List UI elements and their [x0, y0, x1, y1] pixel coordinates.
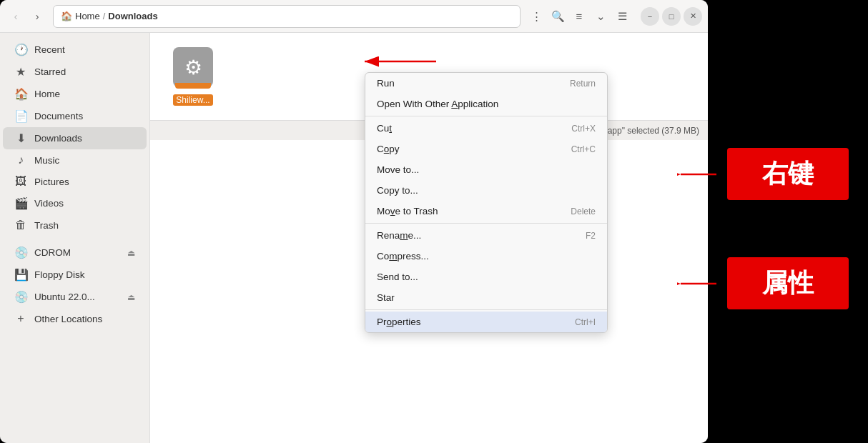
right-key-arrow	[677, 164, 720, 185]
context-menu-properties[interactable]: Properties Ctrl+I	[365, 312, 607, 332]
main-content: ⚙ Shiliew... Run	[150, 33, 708, 443]
separator-3	[365, 309, 607, 310]
annotation-panel: 右键 属性	[708, 0, 868, 443]
context-menu-star-label: Star	[377, 292, 395, 303]
context-menu-move-to-trash[interactable]: Move to Trash Delete	[365, 201, 607, 222]
window-body: 🕐 Recent ★ Starred 🏠 Home 📄 Documents ⬇ …	[0, 33, 708, 443]
sidebar-item-pictures-label: Pictures	[34, 176, 69, 187]
sidebar-item-starred-label: Starred	[34, 66, 66, 77]
sidebar-item-music-label: Music	[34, 155, 59, 166]
right-key-annotation: 右键	[727, 148, 849, 200]
breadcrumb: 🏠 Home / Downloads	[53, 5, 521, 28]
sidebar-item-downloads-label: Downloads	[34, 133, 82, 144]
sidebar-item-recent[interactable]: 🕐 Recent	[3, 39, 147, 61]
properties-annotation: 属性	[727, 257, 849, 309]
context-menu-move-to[interactable]: Move to...	[365, 159, 607, 180]
minimize-button[interactable]: −	[641, 7, 659, 26]
back-button[interactable]: ‹	[6, 6, 26, 26]
nav-buttons: ‹ ›	[6, 6, 47, 26]
context-menu-run-label: Run	[377, 78, 395, 89]
context-menu-rename-label: Rename...	[377, 230, 421, 241]
context-menu-move-to-trash-label: Move to Trash	[377, 206, 438, 216]
context-menu-run-shortcut: Return	[570, 79, 596, 89]
context-menu-open-with[interactable]: Open With Other Application	[365, 94, 607, 114]
grid-view-button[interactable]: ☰	[612, 6, 632, 26]
sidebar-item-starred[interactable]: ★ Starred	[3, 61, 147, 83]
documents-icon: 📄	[14, 109, 27, 123]
file-label: Shiliew...	[173, 94, 212, 106]
context-menu: Run Return Open With Other Application C…	[365, 72, 608, 333]
context-menu-send-to[interactable]: Send to...	[365, 267, 607, 287]
context-menu-compress[interactable]: Compress...	[365, 246, 607, 267]
file-manager-window: ‹ › 🏠 Home / Downloads ⋮ 🔍 ≡ ⌄ ☰ − □ ✕ 🕐	[0, 0, 708, 443]
sidebar-item-trash[interactable]: 🗑 Trash	[3, 214, 147, 236]
music-icon: ♪	[14, 154, 27, 166]
file-item[interactable]: ⚙ Shiliew...	[164, 47, 222, 106]
sidebar-item-videos-label: Videos	[34, 198, 64, 209]
floppy-icon: 💾	[14, 268, 27, 282]
cdrom-eject-button[interactable]: ⏏	[127, 248, 135, 258]
maximize-button[interactable]: □	[662, 7, 681, 26]
context-menu-rename[interactable]: Rename... F2	[365, 225, 607, 246]
view-chevron-button[interactable]: ⌄	[591, 6, 611, 26]
sidebar-item-trash-label: Trash	[34, 220, 59, 231]
context-menu-open-with-label: Open With Other Application	[377, 99, 498, 109]
sidebar-item-ubuntu-label: Ubuntu 22.0...	[34, 292, 95, 302]
context-menu-cut-shortcut: Ctrl+X	[571, 124, 596, 134]
context-menu-copy-to[interactable]: Copy to...	[365, 180, 607, 201]
menu-button[interactable]: ⋮	[526, 6, 546, 26]
context-menu-rename-shortcut: F2	[586, 231, 596, 241]
context-menu-cut[interactable]: Cut Ctrl+X	[365, 118, 607, 139]
sidebar-item-documents-label: Documents	[34, 111, 83, 121]
sidebar-item-music[interactable]: ♪ Music	[3, 149, 147, 171]
search-button[interactable]: 🔍	[548, 6, 568, 26]
sidebar-item-videos[interactable]: 🎬 Videos	[3, 192, 147, 214]
home-icon: 🏠	[61, 11, 72, 21]
sidebar-item-downloads[interactable]: ⬇ Downloads	[3, 127, 147, 149]
context-menu-properties-label: Properties	[377, 317, 421, 327]
context-menu-compress-label: Compress...	[377, 251, 429, 262]
list-view-button[interactable]: ≡	[569, 6, 589, 26]
separator-2	[365, 223, 607, 224]
sidebar-item-pictures[interactable]: 🖼 Pictures	[3, 171, 147, 192]
sidebar-item-floppy[interactable]: 💾 Floppy Disk	[3, 264, 147, 286]
context-menu-trash-shortcut: Delete	[571, 206, 596, 216]
sidebar-item-other[interactable]: + Other Locations	[3, 308, 147, 329]
close-button[interactable]: ✕	[684, 7, 702, 26]
sidebar-item-home-label: Home	[34, 89, 60, 99]
file-icon: ⚙	[173, 47, 213, 87]
home-icon: 🏠	[14, 87, 27, 101]
titlebar-actions: ⋮ 🔍 ≡ ⌄ ☰	[526, 6, 632, 26]
pictures-icon: 🖼	[14, 175, 27, 188]
context-menu-cut-label: Cut	[377, 123, 392, 134]
sidebar-item-ubuntu[interactable]: 💿 Ubuntu 22.0... ⏏	[3, 286, 147, 308]
properties-arrow	[677, 273, 720, 294]
forward-button[interactable]: ›	[27, 6, 47, 26]
window-controls: − □ ✕	[641, 7, 702, 26]
trash-icon: 🗑	[14, 219, 27, 232]
context-menu-copy-label: Copy	[377, 144, 400, 154]
recent-icon: 🕐	[14, 43, 27, 56]
sidebar-item-home[interactable]: 🏠 Home	[3, 83, 147, 105]
sidebar-item-documents[interactable]: 📄 Documents	[3, 105, 147, 127]
context-menu-properties-shortcut: Ctrl+I	[575, 317, 596, 327]
sidebar: 🕐 Recent ★ Starred 🏠 Home 📄 Documents ⬇ …	[0, 33, 150, 443]
context-menu-copy[interactable]: Copy Ctrl+C	[365, 139, 607, 159]
breadcrumb-separator: /	[103, 11, 106, 21]
ubuntu-eject-button[interactable]: ⏏	[127, 292, 135, 302]
other-icon: +	[14, 312, 27, 325]
sidebar-item-cdrom-label: CDROM	[34, 247, 71, 258]
separator-1	[365, 116, 607, 116]
sidebar-item-other-label: Other Locations	[34, 314, 102, 324]
breadcrumb-home[interactable]: Home	[75, 11, 100, 21]
starred-icon: ★	[14, 65, 27, 79]
context-menu-run[interactable]: Run Return	[365, 73, 607, 94]
context-menu-move-to-label: Move to...	[377, 164, 419, 175]
sidebar-item-cdrom[interactable]: 💿 CDROM ⏏	[3, 242, 147, 264]
breadcrumb-current[interactable]: Downloads	[108, 11, 157, 21]
ubuntu-icon: 💿	[14, 290, 27, 304]
context-menu-star[interactable]: Star	[365, 287, 607, 308]
gear-icon: ⚙	[184, 56, 202, 79]
sidebar-item-floppy-label: Floppy Disk	[34, 269, 85, 280]
context-menu-copy-to-label: Copy to...	[377, 185, 418, 196]
